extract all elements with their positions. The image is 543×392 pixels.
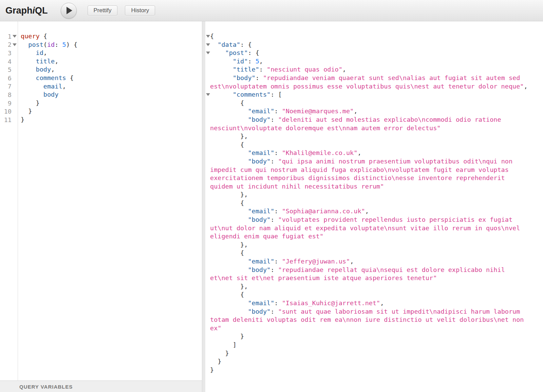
gutter-row: 2 (0, 41, 18, 49)
line-number: 11 (0, 116, 12, 123)
result-line: "email": "Isaias_Kuhic@jarrett.net", (210, 299, 529, 308)
code-token-attr: id (47, 41, 55, 48)
logo-text: Graph (5, 5, 33, 16)
code-token-key: "id" (233, 58, 248, 65)
code-token-key: "email" (248, 149, 274, 156)
line-number: 5 (0, 66, 12, 73)
code-token-p: ) { (66, 41, 77, 48)
pane-divider[interactable] (202, 21, 205, 392)
code-token-p: } (210, 358, 221, 365)
code-token-p (210, 116, 248, 123)
query-editor[interactable]: 1234567891011 query { post(id: 5) { id, … (0, 21, 202, 392)
code-token-p: : (270, 266, 278, 273)
code-token-p: { (40, 33, 47, 40)
query-code-line[interactable]: comments { (21, 74, 202, 82)
code-token-p: { (210, 249, 244, 256)
fold-arrow-icon[interactable] (13, 35, 17, 38)
fold-gutter (12, 43, 18, 46)
fold-arrow-icon[interactable] (206, 93, 210, 96)
query-code-line[interactable]: id, (21, 49, 202, 57)
code-token-str: "Noemie@marques.me" (282, 107, 354, 115)
fold-arrow-icon[interactable] (206, 35, 210, 38)
gutter-row: 8 (0, 91, 18, 99)
result-line: "title": "nesciunt quas odio", (210, 65, 529, 74)
query-editor-pane: 1234567891011 query { post(id: 5) { id, … (0, 21, 202, 392)
result-line: "email": "Jeffery@juwan.us", (210, 257, 529, 266)
variables-panel-title[interactable]: QUERY VARIABLES (0, 381, 202, 390)
code-token-p (210, 107, 248, 115)
code-token-prop: comments (36, 74, 66, 81)
line-number: 8 (0, 91, 12, 98)
gutter-row: 1 (0, 32, 18, 41)
code-token-prop: body (43, 91, 59, 98)
code-token-prop: title (36, 58, 55, 65)
code-token-p (21, 83, 43, 90)
code-token-prop: email (43, 83, 62, 90)
code-token-p: , (354, 107, 357, 115)
line-number: 10 (0, 108, 12, 115)
query-code-line[interactable]: post(id: 5) { (21, 41, 202, 49)
fold-arrow-icon[interactable] (13, 43, 17, 46)
graphiql-logo: GraphiQL (5, 5, 48, 16)
query-code-line[interactable]: query { (21, 32, 202, 41)
code-token-prop: body (36, 66, 51, 73)
result-line: "comments": [ (210, 91, 529, 99)
code-token-prop: post (28, 41, 43, 48)
code-token-key: "body" (248, 266, 270, 273)
result-line: "body": "qui ipsa animi nostrum praesent… (210, 157, 529, 191)
code-token-p: , (43, 49, 47, 56)
line-number: 4 (0, 58, 12, 65)
result-line: } (210, 366, 529, 374)
code-token-p (210, 58, 233, 65)
code-token-p: , (350, 258, 354, 265)
result-pane[interactable]: { "data": { "post": { "id": 5, "title": … (205, 21, 543, 392)
query-code-line[interactable]: body, (21, 65, 202, 74)
result-line: } (210, 332, 529, 341)
code-token-p (210, 41, 218, 48)
query-code-line[interactable]: } (21, 99, 202, 107)
history-button[interactable]: History (125, 5, 155, 16)
main-split: 1234567891011 query { post(id: 5) { id, … (0, 21, 543, 392)
query-code[interactable]: query { post(id: 5) { id, title, body, c… (18, 21, 202, 392)
code-token-key: "email" (248, 299, 274, 307)
fold-arrow-icon[interactable] (206, 43, 210, 46)
code-token-p (21, 49, 36, 56)
code-token-p: , (259, 58, 263, 65)
result-line: { (210, 249, 529, 257)
code-token-p (210, 299, 248, 307)
code-token-p (210, 49, 225, 56)
result-line: }, (210, 241, 529, 249)
result-line: "body": "voluptates provident repellendu… (210, 216, 529, 241)
code-token-p (210, 216, 248, 223)
query-code-line[interactable]: body (21, 91, 202, 99)
code-token-p: : { (248, 49, 259, 56)
code-token-p (21, 41, 28, 48)
query-code-line[interactable]: } (21, 107, 202, 116)
line-number: 2 (0, 41, 12, 48)
code-token-str: "Isaias_Kuhic@jarrett.net" (282, 299, 380, 307)
prettify-button[interactable]: Prettify (88, 5, 118, 16)
code-token-str: "nesciunt quas odio" (267, 66, 342, 73)
code-token-p (21, 74, 36, 81)
code-token-key: "email" (248, 208, 274, 215)
code-token-kw: query (21, 33, 40, 40)
execute-button[interactable] (61, 3, 77, 19)
result-line: { (210, 99, 529, 107)
gutter-row: 4 (0, 57, 18, 66)
gutter-row: 10 (0, 107, 18, 116)
query-code-line[interactable]: title, (21, 57, 202, 66)
fold-arrow-icon[interactable] (206, 52, 210, 54)
query-code-line[interactable]: email, (21, 82, 202, 91)
result-line: "body": "repudiandae veniam quaerat sunt… (210, 74, 529, 91)
code-token-p: } (210, 333, 244, 340)
code-token-p: , (380, 299, 384, 307)
variables-panel-header: QUERY VARIABLES (0, 380, 202, 392)
code-token-p: : [ (270, 91, 282, 98)
result-line: }, (210, 191, 529, 199)
code-token-p: { (210, 199, 244, 207)
query-code-line[interactable]: } (21, 116, 202, 124)
code-token-num: 5 (256, 58, 259, 65)
code-token-p: , (524, 83, 527, 90)
result-line: "body": "deleniti aut sed molestias expl… (210, 116, 529, 132)
code-token-p: : (259, 66, 267, 73)
